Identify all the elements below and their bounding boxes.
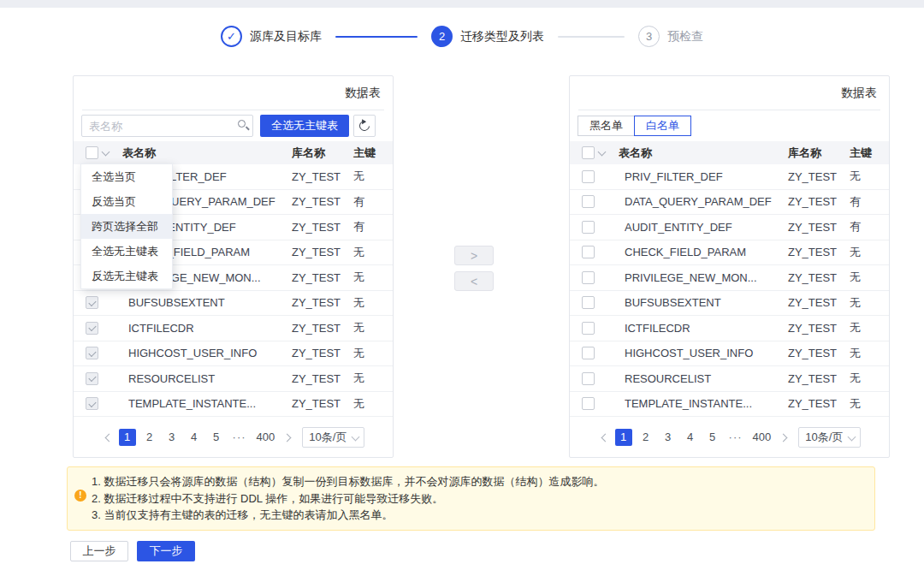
row-checkbox[interactable] [582,347,595,359]
next-step-button[interactable]: 下一步 [137,541,195,561]
tab-button[interactable]: 白名单 [634,116,691,136]
dropdown-menu-item[interactable]: 反选当页 [81,189,172,214]
refresh-icon [358,119,372,134]
cell-table-name: ICTFILECDR [625,322,788,335]
row-checkbox[interactable] [582,397,595,410]
page-button[interactable]: 1 [119,429,136,446]
dropdown-menu-item[interactable]: 全选无主键表 [81,239,172,264]
next-page-button[interactable] [280,431,294,444]
cell-primary-key: 无 [850,346,877,361]
step-circle[interactable]: 3 [638,26,660,47]
cell-table-name: TEMPLATE_INSTANTE... [128,397,292,410]
page-button[interactable]: 3 [660,429,677,446]
table-row[interactable]: CHECK_FIELD_PARAM ZY_TEST 无 [570,240,889,266]
chevron-left-icon [601,433,609,442]
page-button[interactable]: 5 [704,429,721,446]
dropdown-menu-item[interactable]: 跨页选择全部 [81,214,172,239]
table-row[interactable]: TEMPLATE_INSTANTE... ZY_TEST 无 [570,392,889,418]
page-button[interactable]: 2 [637,429,654,446]
chevron-down-icon[interactable] [598,147,607,156]
move-right-button[interactable]: > [454,246,494,265]
page-button[interactable]: 3 [163,429,181,446]
source-pagination: 1 2 3 4 5 ··· 400 10条/页 [74,417,393,458]
row-checkbox[interactable] [582,271,595,284]
row-checkbox[interactable] [582,296,595,309]
prev-page-button[interactable] [102,431,116,444]
table-row[interactable]: TEMPLATE_INSTANTE... ZY_TEST 无 [74,392,393,418]
migration-notice: ! 1. 数据迁移只会将源库的数据（结构）复制一份到目标数据库，并不会对源库的数… [67,466,875,531]
page-button[interactable]: 400 [254,429,278,446]
column-header-primary-key: 主键 [353,145,381,161]
page-button[interactable]: ··· [230,429,249,446]
step-circle[interactable]: 2 [431,26,453,47]
page-button[interactable]: 1 [615,429,632,446]
dropdown-menu-item[interactable]: 全选当页 [81,164,172,189]
cell-primary-key: 有 [850,194,877,210]
wizard-step[interactable]: 2 迁移类型及列表 [322,26,544,47]
cell-primary-key: 无 [353,396,381,412]
select-all-checkbox[interactable] [582,146,595,159]
page-button[interactable]: ··· [726,429,745,446]
page-button[interactable]: 4 [682,429,699,446]
row-checkbox[interactable] [86,322,98,335]
row-checkbox[interactable] [582,221,595,234]
search-input[interactable] [81,115,253,137]
cell-primary-key: 有 [353,194,381,210]
cell-primary-key: 无 [353,245,381,260]
chevron-down-icon[interactable] [102,147,110,156]
page-button[interactable]: 5 [208,429,225,446]
warning-icon: ! [74,490,86,502]
wizard-step[interactable]: 3 预检查 [544,26,703,47]
cell-db-name: ZY_TEST [292,347,353,359]
table-row[interactable]: HIGHCOST_USER_INFO ZY_TEST 无 [570,341,889,367]
table-row[interactable]: ICTFILECDR ZY_TEST 无 [570,316,889,341]
top-strip [0,0,924,8]
row-checkbox[interactable] [582,372,595,385]
table-row[interactable]: BUFSUBSEXTENT ZY_TEST 无 [570,291,889,317]
page-button[interactable]: 4 [186,429,203,446]
tab-button[interactable]: 黑名单 [578,116,635,136]
page-size-select[interactable]: 10条/页 [302,427,364,448]
row-checkbox[interactable] [86,397,98,410]
column-header-db-name: 库名称 [292,145,353,161]
next-page-button[interactable] [776,431,791,444]
cell-db-name: ZY_TEST [292,246,353,258]
previous-step-button[interactable]: 上一步 [70,541,128,561]
select-all-checkbox[interactable] [86,146,98,159]
table-row[interactable]: HIGHCOST_USER_INFO ZY_TEST 无 [74,341,393,367]
prev-page-button[interactable] [598,431,613,444]
search-icon[interactable] [238,120,246,128]
refresh-button[interactable] [353,115,376,137]
row-checkbox[interactable] [582,170,595,183]
row-checkbox[interactable] [86,372,98,385]
cell-db-name: ZY_TEST [292,221,353,234]
dropdown-menu-item[interactable]: 反选无主键表 [81,264,172,288]
row-checkbox[interactable] [86,296,98,309]
table-row[interactable]: PRIVILEGE_NEW_MON... ZY_TEST 无 [570,265,889,291]
step-circle[interactable]: ✓ [221,26,242,47]
table-header: 表名称 库名称 主键 [74,141,393,164]
select-all-no-pk-button[interactable]: 全选无主键表 [260,115,349,137]
target-pagination: 1 2 3 4 5 ··· 400 10条/页 [570,417,889,458]
row-checkbox[interactable] [582,195,595,208]
cell-primary-key: 有 [850,219,877,235]
cell-table-name: AUDIT_ENTITY_DEF [625,221,788,234]
table-row[interactable]: DATA_QUERY_PARAM_DEF ZY_TEST 有 [570,190,889,216]
step-label: 迁移类型及列表 [460,29,544,45]
page-button[interactable]: 400 [750,429,774,446]
table-row[interactable]: PRIV_FILTER_DEF ZY_TEST 无 [570,164,889,190]
row-checkbox[interactable] [582,322,595,335]
wizard-step[interactable]: ✓ 源库及目标库 [221,26,322,47]
cell-primary-key: 无 [353,371,381,386]
table-row[interactable]: RESOURCELIST ZY_TEST 无 [74,366,393,392]
cell-db-name: ZY_TEST [788,170,850,183]
table-row[interactable]: RESOURCELIST ZY_TEST 无 [570,366,889,392]
move-left-button[interactable]: < [454,271,494,291]
page-size-select[interactable]: 10条/页 [798,427,861,448]
row-checkbox[interactable] [86,347,98,359]
row-checkbox[interactable] [582,246,595,258]
table-row[interactable]: AUDIT_ENTITY_DEF ZY_TEST 有 [570,215,889,240]
table-row[interactable]: ICTFILECDR ZY_TEST 无 [74,316,393,341]
table-row[interactable]: BUFSUBSEXTENT ZY_TEST 无 [74,291,393,317]
page-button[interactable]: 2 [141,429,158,446]
